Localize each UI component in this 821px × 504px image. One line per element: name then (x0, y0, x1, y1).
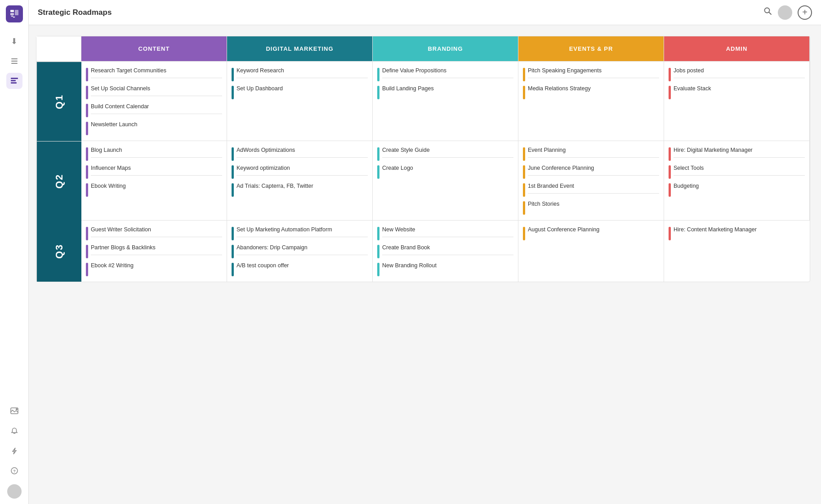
q1-events-cell: Pitch Speaking Engagements Media Relatio… (518, 62, 664, 141)
task-text: Event Planning (528, 146, 659, 158)
task-item[interactable]: Ebook Writing (86, 182, 222, 197)
task-text: Hire: Digital Marketing Manager (674, 146, 805, 158)
task-text: Influencer Maps (91, 164, 222, 176)
task-item[interactable]: Pitch Stories (523, 200, 659, 215)
help-icon[interactable]: ? (6, 463, 22, 479)
task-text: Hire: Content Marketing Manager (674, 226, 805, 234)
task-text: Create Brand Book (382, 244, 513, 255)
download-icon[interactable]: ⬇ (6, 33, 22, 49)
bolt-icon[interactable] (6, 443, 22, 459)
list-icon[interactable] (6, 53, 22, 69)
task-item[interactable]: Blog Launch (86, 146, 222, 161)
task-text: Jobs posted (674, 67, 805, 78)
q1-content-cell: Research Target Communities Set Up Socia… (81, 62, 227, 141)
task-item[interactable]: Ad Trials: Capterra, FB, Twitter (232, 182, 368, 197)
task-bar (669, 227, 671, 240)
task-item[interactable]: Pitch Speaking Engagements (523, 67, 659, 81)
task-text: Newsletter Launch (91, 121, 222, 129)
task-text: Media Relations Strategy (528, 85, 659, 93)
task-item[interactable]: Influencer Maps (86, 164, 222, 179)
task-item[interactable]: A/B test coupon offer (232, 262, 368, 276)
task-item[interactable]: Hire: Content Marketing Manager (669, 226, 805, 240)
task-item[interactable]: Keyword Research (232, 67, 368, 81)
user-avatar[interactable] (778, 5, 792, 20)
task-item[interactable]: June Conference Planning (523, 164, 659, 179)
add-image-icon[interactable] (6, 403, 22, 420)
task-item[interactable]: Partner Blogs & Backlinks (86, 244, 222, 258)
task-item[interactable]: Hire: Digital Marketing Manager (669, 146, 805, 161)
task-item[interactable]: August Conference Planning (523, 226, 659, 240)
task-text: 1st Branded Event (528, 182, 659, 194)
task-text: Select Tools (674, 164, 805, 176)
task-bar (377, 68, 379, 81)
task-text: Budgeting (674, 182, 805, 190)
task-bar (523, 227, 525, 240)
task-item[interactable]: Set Up Marketing Automation Platform (232, 226, 368, 240)
task-text: Evaluate Stack (674, 85, 805, 93)
task-item[interactable]: Jobs posted (669, 67, 805, 81)
search-icon[interactable] (763, 7, 772, 18)
header-empty-cell (36, 36, 81, 62)
task-item[interactable]: Evaluate Stack (669, 85, 805, 99)
task-bar (669, 165, 671, 179)
task-text: Define Value Propositions (382, 67, 513, 78)
bell-icon[interactable] (6, 423, 22, 439)
task-text: Pitch Speaking Engagements (528, 67, 659, 78)
task-bar (86, 183, 88, 197)
task-item[interactable]: New Website (377, 226, 513, 240)
app-logo[interactable] (6, 5, 23, 22)
task-item[interactable]: Create Logo (377, 164, 513, 179)
header: Strategic Roadmaps + (29, 0, 821, 25)
task-bar (523, 147, 525, 161)
task-bar (669, 183, 671, 197)
task-text: A/B test coupon offer (236, 262, 368, 270)
task-bar (523, 165, 525, 179)
task-text: Build Landing Pages (382, 85, 513, 93)
task-item[interactable]: Build Content Calendar (86, 103, 222, 117)
svg-rect-8 (11, 82, 17, 84)
task-text: Research Target Communities (91, 67, 222, 78)
sidebar-avatar[interactable] (7, 484, 22, 499)
q2-admin-cell: Hire: Digital Marketing Manager Select T… (664, 141, 810, 221)
task-bar (232, 147, 234, 161)
task-text: Blog Launch (91, 146, 222, 158)
svg-rect-1 (10, 13, 14, 15)
task-text: Ebook Writing (91, 182, 222, 190)
task-item[interactable]: Define Value Propositions (377, 67, 513, 81)
add-button[interactable]: + (798, 5, 812, 20)
task-item[interactable]: Media Relations Strategy (523, 85, 659, 99)
task-item[interactable]: Abandoners: Drip Campaign (232, 244, 368, 258)
column-header-branding: BRANDING (373, 36, 518, 62)
column-header-digital: DIGITAL MARKETING (227, 36, 373, 62)
task-item[interactable]: Guest Writer Solicitation (86, 226, 222, 240)
task-item[interactable]: Build Landing Pages (377, 85, 513, 99)
task-text: Partner Blogs & Backlinks (91, 244, 222, 255)
task-item[interactable]: Create Brand Book (377, 244, 513, 258)
task-text: August Conference Planning (528, 226, 659, 234)
roadmap-icon[interactable] (6, 73, 22, 89)
task-item[interactable]: Event Planning (523, 146, 659, 161)
task-item[interactable]: New Branding Rollout (377, 262, 513, 276)
task-bar (232, 165, 234, 179)
task-bar (86, 68, 88, 81)
task-item[interactable]: Research Target Communities (86, 67, 222, 81)
task-item[interactable]: 1st Branded Event (523, 182, 659, 197)
task-text: Set Up Social Channels (91, 85, 222, 96)
q3-digital-cell: Set Up Marketing Automation Platform Aba… (227, 221, 373, 282)
task-item[interactable]: Keyword optimization (232, 164, 368, 179)
task-item[interactable]: Ebook #2 Writing (86, 262, 222, 276)
task-item[interactable]: Create Style Guide (377, 146, 513, 161)
task-text: Create Logo (382, 164, 513, 172)
task-item[interactable]: Set Up Social Channels (86, 85, 222, 99)
task-item[interactable]: AdWords Optimizations (232, 146, 368, 161)
task-item[interactable]: Set Up Dashboard (232, 85, 368, 99)
task-item[interactable]: Budgeting (669, 182, 805, 197)
task-bar (669, 86, 671, 99)
task-item[interactable]: Newsletter Launch (86, 121, 222, 135)
task-bar (232, 183, 234, 197)
task-bar (86, 122, 88, 135)
q3-content-cell: Guest Writer Solicitation Partner Blogs … (81, 221, 227, 282)
svg-rect-7 (11, 80, 16, 81)
task-bar (86, 86, 88, 99)
task-item[interactable]: Select Tools (669, 164, 805, 179)
